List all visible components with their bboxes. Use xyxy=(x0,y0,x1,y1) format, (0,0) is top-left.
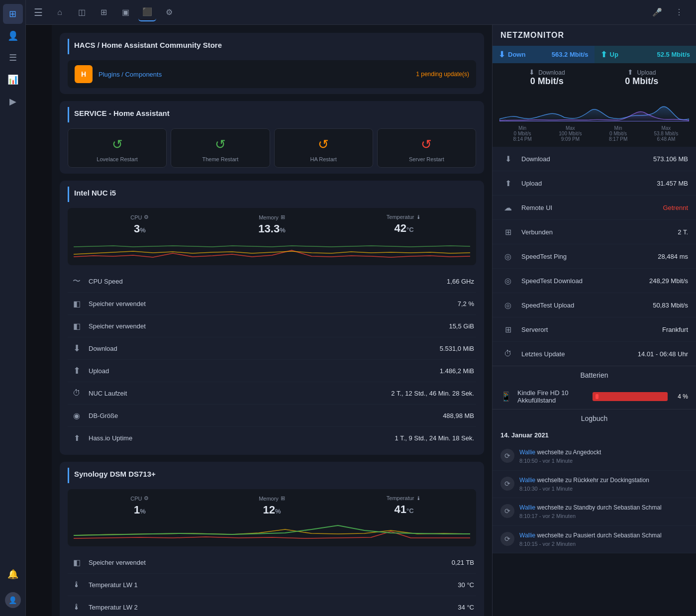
net-upload-icon: ⬆ xyxy=(500,176,515,191)
table-row: ⬆ Upload 1.486,2 MiB xyxy=(68,360,476,382)
up-arrow-icon: ⬆ xyxy=(600,50,607,59)
table-row: ◧ Speicher verwendet 7,2 % xyxy=(68,293,476,315)
log-icon-4: ⟳ xyxy=(500,532,514,546)
mic-icon[interactable]: 🎤 xyxy=(648,3,666,21)
list-item: ⬆ Upload 31.457 MB xyxy=(493,171,696,196)
nuc-uptime-label: NUC Laufzeit xyxy=(89,390,386,397)
net-upload-label: Upload xyxy=(521,180,651,187)
lovelace-restart-label: Lovelace Restart xyxy=(97,156,138,162)
ha-restart-button[interactable]: ↺ HA Restart xyxy=(274,128,373,168)
sidebar-item-avatar[interactable]: 👤 xyxy=(3,590,23,610)
syn-metrics-header: CPU ⚙ 1% Memory ⊞ 12% xyxy=(74,495,470,516)
speedtest-dl-value: 248,29 Mbit/s xyxy=(649,277,688,285)
table-row: ◉ DB-Größe 488,98 MB xyxy=(68,405,476,427)
nav-split[interactable]: ◫ xyxy=(73,3,91,21)
nav-home[interactable]: ⌂ xyxy=(51,3,69,21)
nuc-upload-label: Upload xyxy=(89,367,435,375)
hacs-link[interactable]: Plugins / Components xyxy=(99,71,162,78)
remote-ui-value: Getrennt xyxy=(663,204,688,211)
sidebar-item-list[interactable]: ☰ xyxy=(3,48,23,68)
up-max-label: Max 53.8 Mbit/s 6:48 AM xyxy=(643,125,689,142)
battery-value: 4 % xyxy=(678,393,688,400)
syn-temp-icon: 🌡 xyxy=(416,495,421,501)
remote-ui-icon: ☁ xyxy=(500,200,515,215)
verbunden-label: Verbunden xyxy=(521,228,672,236)
lovelace-restart-button[interactable]: ↺ Lovelace Restart xyxy=(68,128,167,168)
menu-icon[interactable]: ☰ xyxy=(34,6,43,18)
theme-restart-button[interactable]: ↺ Theme Restart xyxy=(171,128,270,168)
list-item: ☁ Remote UI Getrennt xyxy=(493,196,696,220)
net-download-icon: ⬇ xyxy=(500,151,515,166)
ram2-label: Speicher verwendet xyxy=(89,322,444,330)
net-upload-value: 31.457 MB xyxy=(657,180,688,187)
more-icon[interactable]: ⋮ xyxy=(670,3,688,21)
down-arrow-icon: ⬇ xyxy=(498,50,505,59)
navbar-right: 🎤 ⋮ xyxy=(648,3,688,21)
theme-restart-label: Theme Restart xyxy=(202,156,239,162)
nav-grid[interactable]: ⊞ xyxy=(95,3,112,21)
syn-temp2-value: 34 °C xyxy=(458,604,474,611)
nuc-uptime-icon: ⏱ xyxy=(70,386,84,400)
syn-temp2-label: Temperatur LW 2 xyxy=(89,604,453,611)
log-link-4[interactable]: Wallie xyxy=(519,532,535,539)
syn-temp-label: Temperatur 🌡 xyxy=(387,495,422,501)
log-link-2[interactable]: Wallie xyxy=(519,477,535,484)
ha-restart-label: HA Restart xyxy=(310,156,337,162)
hacs-row: H Plugins / Components 1 pending update(… xyxy=(68,60,476,88)
battery-icon: 📱 xyxy=(500,391,511,402)
down-tab[interactable]: ⬇ Down 563.2 Mbit/s xyxy=(493,46,595,63)
net-minmax: Min 0 Mbit/s 8:14 PM Max 100 Mbit/s 9:09… xyxy=(499,125,689,142)
log-link-3[interactable]: Wallie xyxy=(519,504,535,511)
sidebar-item-stats[interactable]: 📊 xyxy=(3,70,23,90)
syn-temp1-value: 30 °C xyxy=(458,581,474,589)
batterien-header: Batterien xyxy=(493,366,696,384)
nuc-chart xyxy=(74,239,470,259)
list-item: ⏱ Letztes Update 14.01 - 06:48 Uhr xyxy=(493,342,696,366)
syn-cpu-gear-icon: ⚙ xyxy=(144,495,149,502)
serverort-label: Serverort xyxy=(521,326,656,333)
log-time-1: 8:10:50 - vor 1 Minute xyxy=(519,457,688,465)
syn-storage-value: 0,21 TB xyxy=(452,559,474,566)
syn-memory-label: Memory ⊞ xyxy=(259,495,285,502)
syn-storage-label: Speicher verwendet xyxy=(89,559,447,566)
sidebar-item-profile[interactable]: 👤 xyxy=(3,26,23,46)
up-speed: 52.5 Mbit/s xyxy=(657,51,690,58)
nav-tv[interactable]: ▣ xyxy=(116,3,134,21)
syn-memory-value: 12% xyxy=(263,504,281,516)
table-row: 〜 CPU Speed 1,66 GHz xyxy=(68,270,476,293)
down-speed: 563.2 Mbit/s xyxy=(552,51,589,58)
synology-title: Synology DSM DS713+ xyxy=(68,468,476,483)
nav-dashboard[interactable]: ⬛ xyxy=(138,3,156,21)
log-link-1[interactable]: Wallie xyxy=(519,449,535,456)
synology-section: Synology DSM DS713+ CPU ⚙ 1% M xyxy=(60,462,484,616)
last-update-icon: ⏱ xyxy=(500,346,515,361)
synology-stats-table: ◧ Speicher verwendet 0,21 TB 🌡 Temperatu… xyxy=(68,551,476,616)
db-value: 488,98 MB xyxy=(443,412,474,419)
sidebar-item-overview[interactable]: ⊞ xyxy=(3,4,23,24)
list-item: ⊞ Verbunden 2 T. xyxy=(493,220,696,244)
nuc-download-value: 5.531,0 MiB xyxy=(440,345,474,352)
nav-settings[interactable]: ⚙ xyxy=(160,3,178,21)
sidebar-item-bell[interactable]: 🔔 xyxy=(3,564,23,584)
list-item: ⟳ Wallie wechselte zu Angedockt 8:10:50 … xyxy=(493,443,696,471)
upload-col: ⬆ Upload 0 Mbit/s xyxy=(595,68,690,88)
ram2-icon: ◧ xyxy=(70,319,84,333)
table-row: ⬆ Hass.io Uptime 1 T., 9 Std., 24 Min. 1… xyxy=(68,427,476,449)
battery-label: Kindle Fire HD 10 Akkufüllstand xyxy=(517,389,587,404)
nuc-metrics: CPU ⚙ 3% Memory ⊞ 13.3% xyxy=(68,208,476,265)
sidebar-item-media[interactable]: ▶ xyxy=(3,92,23,111)
log-date: 14. Januar 2021 xyxy=(493,427,696,443)
table-row: 🌡 Temperatur LW 2 34 °C xyxy=(68,596,476,616)
up-tab[interactable]: ⬆ Up 52.5 Mbit/s xyxy=(595,46,696,63)
temp-icon: 🌡 xyxy=(416,214,421,220)
net-chart xyxy=(499,92,689,121)
lovelace-restart-icon: ↺ xyxy=(112,137,123,152)
down-max-label: Max 100 Mbit/s 9:09 PM xyxy=(547,125,593,142)
log-time-2: 8:10:30 - vor 1 Minute xyxy=(519,485,688,493)
server-restart-button[interactable]: ↺ Server Restart xyxy=(377,128,476,168)
last-update-label: Letztes Update xyxy=(521,350,632,358)
speedtest-ul-icon: ◎ xyxy=(500,298,515,312)
download-col-icon: ⬇ xyxy=(529,68,535,76)
theme-restart-icon: ↺ xyxy=(215,137,226,152)
speedtest-dl-label: SpeedTest Download xyxy=(521,277,643,285)
